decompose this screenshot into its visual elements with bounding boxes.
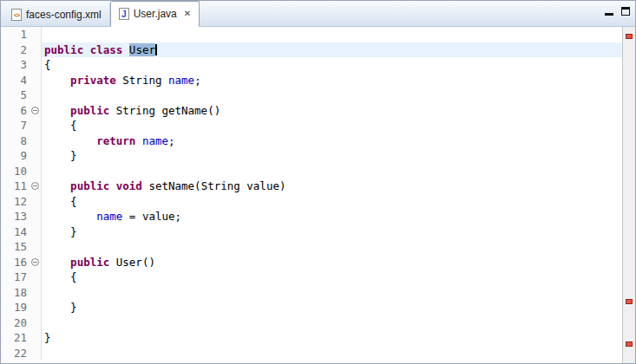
code-line[interactable]: 14 } [1, 224, 622, 240]
code-segment [122, 43, 129, 56]
java-file-icon: J [119, 8, 129, 20]
fold-collapse-icon[interactable] [31, 182, 39, 190]
code-line-text[interactable] [42, 27, 622, 42]
minimize-icon[interactable] [605, 6, 613, 16]
fold-ruler-cell [30, 133, 42, 149]
fold-collapse-icon[interactable] [31, 107, 39, 114]
fold-ruler-cell [30, 42, 42, 58]
code-line[interactable]: 13 name = value; [1, 209, 622, 224]
code-line[interactable]: 18 [1, 285, 622, 301]
code-line[interactable]: 19 } [1, 300, 622, 315]
fold-ruler-cell [30, 194, 42, 210]
code-line-text[interactable] [42, 315, 622, 331]
selected-text: User [129, 43, 155, 56]
code-line-text[interactable] [42, 285, 622, 301]
tab-user-java[interactable]: J User.java ✕ [110, 1, 200, 27]
maximize-icon[interactable] [621, 7, 630, 16]
code-segment [44, 104, 70, 117]
code-line[interactable]: 2public class User [1, 42, 622, 58]
code-line-text[interactable]: } [42, 148, 622, 164]
line-number: 4 [1, 73, 30, 88]
code-line[interactable]: 3{ [1, 57, 622, 73]
code-segment: User() [109, 256, 155, 269]
fold-ruler-cell [30, 209, 42, 224]
code-segment: } [44, 331, 51, 344]
code-line-text[interactable]: name = value; [42, 209, 622, 224]
fold-ruler-cell [30, 270, 42, 285]
code-line[interactable]: 12 { [1, 194, 622, 210]
code-segment [109, 179, 116, 192]
close-tab-icon[interactable]: ✕ [184, 10, 191, 18]
code-line[interactable]: 16 public User() [1, 255, 622, 270]
code-line[interactable]: 22 [1, 346, 622, 361]
overview-ruler[interactable] [622, 27, 635, 363]
fold-ruler-cell [30, 148, 42, 164]
fold-ruler-cell [30, 239, 42, 255]
fold-ruler-cell [30, 118, 42, 133]
code-line-text[interactable]: public User() [42, 255, 622, 270]
code-line-text[interactable] [42, 88, 622, 103]
code-line[interactable]: 11 public void setName(String value) [1, 179, 622, 194]
code-line[interactable]: 17 { [1, 270, 622, 285]
line-number: 14 [1, 224, 30, 240]
fold-ruler-cell [30, 103, 42, 119]
line-number: 16 [1, 255, 30, 270]
fold-ruler-cell [30, 346, 42, 361]
code-segment: ; [194, 74, 201, 87]
line-number: 12 [1, 194, 30, 210]
code-line[interactable]: 21} [1, 330, 622, 346]
code-line[interactable]: 20 [1, 315, 622, 331]
code-line-text[interactable]: public class User [42, 42, 622, 58]
fold-ruler-cell [30, 164, 42, 179]
code-line-text[interactable]: } [42, 300, 622, 315]
code-segment: public [70, 256, 109, 269]
code-segment [44, 74, 70, 87]
code-line[interactable]: 6 public String getName() [1, 103, 622, 119]
code-line-text[interactable]: public String getName() [42, 103, 622, 119]
fold-ruler-cell [30, 224, 42, 240]
fold-ruler-cell [30, 300, 42, 315]
line-number: 10 [1, 164, 30, 179]
code-line-text[interactable]: { [42, 194, 622, 210]
code-line[interactable]: 7 { [1, 118, 622, 133]
code-line-text[interactable]: return name; [42, 133, 622, 149]
tab-faces-config-xml[interactable]: <> faces-config.xml [3, 3, 110, 26]
line-number: 7 [1, 118, 30, 133]
code-segment: { [44, 58, 51, 71]
xml-file-icon: <> [11, 9, 22, 21]
code-editor[interactable]: 12public class User3{4 private String na… [1, 27, 622, 363]
code-line-text[interactable]: { [42, 118, 622, 133]
annotation-mark[interactable] [626, 34, 633, 39]
line-number: 11 [1, 179, 30, 194]
line-number: 20 [1, 315, 30, 331]
code-line-text[interactable] [42, 164, 622, 179]
code-line[interactable]: 10 [1, 164, 622, 179]
code-segment: } [44, 149, 77, 162]
code-line[interactable]: 9 } [1, 148, 622, 164]
code-segment: ; [168, 134, 175, 147]
code-line[interactable]: 1 [1, 27, 622, 42]
fold-ruler-cell [30, 255, 42, 270]
code-line-text[interactable]: } [42, 224, 622, 240]
code-segment: void [116, 179, 142, 192]
code-line[interactable]: 8 return name; [1, 133, 622, 149]
code-line-text[interactable] [42, 346, 622, 361]
code-line-text[interactable]: } [42, 330, 622, 346]
line-number: 21 [1, 330, 30, 346]
code-line[interactable]: 5 [1, 88, 622, 103]
code-line-text[interactable] [42, 239, 622, 255]
fold-ruler-cell [30, 285, 42, 301]
code-line[interactable]: 4 private String name; [1, 73, 622, 88]
code-segment [83, 43, 90, 56]
annotation-mark[interactable] [626, 299, 633, 304]
annotation-mark[interactable] [626, 341, 633, 347]
fold-ruler-cell [30, 57, 42, 73]
code-line-text[interactable]: public void setName(String value) [42, 179, 622, 194]
code-line-text[interactable]: private String name; [42, 73, 622, 88]
code-line-text[interactable]: { [42, 270, 622, 285]
code-line-text[interactable]: { [42, 57, 622, 73]
code-segment [44, 210, 96, 223]
view-controls [605, 5, 630, 17]
fold-collapse-icon[interactable] [31, 258, 39, 266]
code-line[interactable]: 15 [1, 239, 622, 255]
